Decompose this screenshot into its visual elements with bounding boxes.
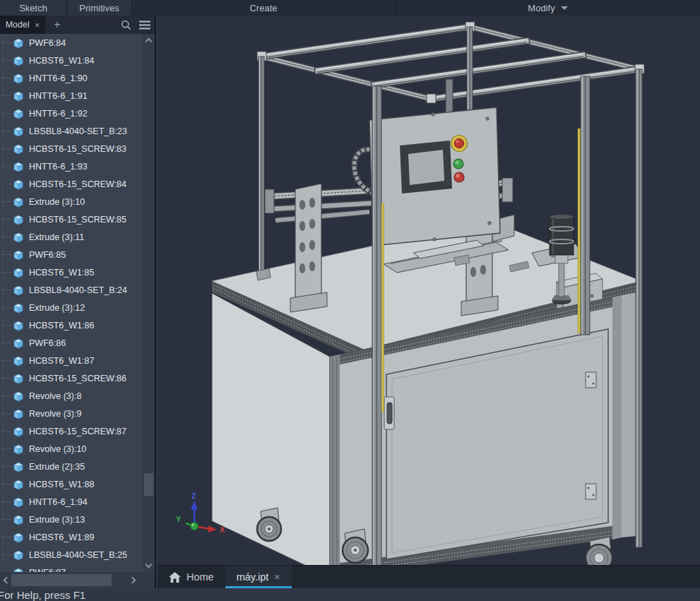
part-cube-icon xyxy=(13,37,24,49)
tab-home[interactable]: Home xyxy=(158,566,225,588)
tree-guide xyxy=(3,431,11,432)
tree-guide xyxy=(3,307,11,308)
tab-modify[interactable]: Modify xyxy=(396,0,700,16)
tree-item[interactable]: Extrude (3):11 xyxy=(0,228,143,246)
model-panel-tab[interactable]: Model × xyxy=(0,16,45,34)
part-cube-icon xyxy=(13,302,24,314)
tree-item[interactable]: PWF6:87 xyxy=(0,564,143,572)
close-icon[interactable]: × xyxy=(35,20,40,30)
part-cube-icon xyxy=(13,126,24,137)
part-cube-icon xyxy=(13,426,24,437)
tree-item[interactable]: HCBST6_W1:87 xyxy=(0,352,143,369)
browser-panel-header: Model × + xyxy=(0,16,155,34)
tree-guide xyxy=(3,484,11,484)
tree-item[interactable]: Revolve (3):9 xyxy=(0,405,143,422)
tree-item[interactable]: Revolve (3):8 xyxy=(0,387,143,405)
close-icon[interactable]: × xyxy=(274,571,280,583)
caster-wheel xyxy=(343,529,368,563)
tree-item[interactable]: HNTT6-6_1:92 xyxy=(0,105,143,122)
caster-wheel xyxy=(586,537,612,565)
part-cube-icon xyxy=(13,267,24,278)
tree-item[interactable]: HCBST6_W1:88 xyxy=(0,475,143,493)
tree-guide xyxy=(3,166,11,167)
tree-guide xyxy=(3,378,11,379)
tree-item[interactable]: Extrude (3):12 xyxy=(0,299,143,316)
tree-item[interactable]: HCBST6-15_SCREW:84 xyxy=(0,175,143,193)
tree-item-label: PWF6:86 xyxy=(29,338,66,348)
part-cube-icon xyxy=(13,549,24,561)
tree-item[interactable]: HCBST6-15_SCREW:86 xyxy=(0,369,143,387)
tree-item-label: HNTT6-6_1:93 xyxy=(29,162,88,172)
tree-item[interactable]: LBSBL8-4040-SET_B:23 xyxy=(0,122,143,140)
tree-guide xyxy=(3,201,11,202)
scroll-down-icon[interactable] xyxy=(146,561,153,569)
tree-item[interactable]: PWF6:85 xyxy=(0,246,143,263)
tab-document-label: máy.ipt xyxy=(237,571,269,583)
tree-guide xyxy=(3,42,11,43)
scroll-right-icon[interactable] xyxy=(129,577,136,584)
tree-item[interactable]: PWF6:84 xyxy=(0,34,143,52)
tree-item-label: HCBST6_W1:85 xyxy=(29,268,94,278)
viewport-3d[interactable]: Z X Y xyxy=(158,16,700,565)
part-cube-icon xyxy=(13,567,24,573)
tree-horizontal-scrollbar[interactable] xyxy=(0,572,155,588)
tree-item-label: HCBST6_W1:86 xyxy=(29,321,94,331)
tree-guide xyxy=(3,360,11,361)
tree-item-label: PWF6:84 xyxy=(29,38,66,48)
vertical-scroll-thumb[interactable] xyxy=(144,473,153,496)
part-cube-icon xyxy=(13,496,24,508)
tree-item-label: Revolve (3):8 xyxy=(29,391,81,401)
horizontal-scroll-thumb[interactable] xyxy=(11,574,112,586)
tree-item[interactable]: Revolve (3):10 xyxy=(0,440,143,458)
tree-item-label: HCBST6-15_SCREW:84 xyxy=(29,179,126,189)
tree-item[interactable]: HCBST6-15_SCREW:87 xyxy=(0,422,143,440)
tree-item-label: HCBST6-15_SCREW:86 xyxy=(29,374,126,383)
part-cube-icon xyxy=(13,514,24,525)
part-cube-icon xyxy=(13,532,24,543)
caster-wheel xyxy=(257,508,281,541)
part-cube-icon xyxy=(13,55,24,66)
door-hinge-bottom xyxy=(586,484,596,499)
tree-item-label: HNTT6-6_1:94 xyxy=(29,497,88,507)
tab-create[interactable]: Create xyxy=(132,0,396,16)
chevron-down-icon xyxy=(561,6,568,10)
tree-item[interactable]: HNTT6-6_1:90 xyxy=(0,69,143,87)
part-cube-icon xyxy=(13,461,24,472)
tree-item-label: HCBST6-15_SCREW:83 xyxy=(29,144,126,154)
tree-item[interactable]: HNTT6-6_1:93 xyxy=(0,157,143,175)
tree-item[interactable]: Extrude (2):35 xyxy=(0,458,143,475)
tree-guide xyxy=(3,219,11,220)
tree-item[interactable]: HCBST6_W1:85 xyxy=(0,263,143,281)
search-icon[interactable] xyxy=(121,20,131,30)
tree-item[interactable]: PWF6:86 xyxy=(0,334,143,352)
tree-item[interactable]: HNTT6-6_1:91 xyxy=(0,87,143,105)
tree-item-label: HCBST6_W1:88 xyxy=(29,480,94,489)
menu-icon[interactable] xyxy=(139,20,150,30)
tab-primitives[interactable]: Primitives xyxy=(67,0,132,16)
tree-vertical-scrollbar[interactable] xyxy=(143,34,155,572)
tree-item[interactable]: LBSBL8-4040-SET_B:24 xyxy=(0,281,143,299)
tree-item[interactable]: LBSBL8-4040-SET_B:25 xyxy=(0,546,143,564)
tree-guide xyxy=(3,148,11,149)
tree-item[interactable]: Extrude (3):10 xyxy=(0,193,143,210)
tree-item[interactable]: HCBST6_W1:84 xyxy=(0,52,143,69)
tree-guide xyxy=(3,537,11,537)
add-panel-button[interactable]: + xyxy=(54,20,61,30)
tab-sketch[interactable]: Sketch xyxy=(0,0,67,16)
part-cube-icon xyxy=(13,320,24,331)
tree-item[interactable]: HNTT6-6_1:94 xyxy=(0,493,143,511)
part-cube-icon xyxy=(13,391,24,402)
scroll-left-icon[interactable] xyxy=(4,577,11,584)
tree-item[interactable]: HCBST6-15_SCREW:83 xyxy=(0,140,143,157)
tree-item[interactable]: HCBST6_W1:89 xyxy=(0,528,143,546)
tab-document-may-ipt[interactable]: máy.ipt × xyxy=(225,566,292,588)
tab-primitives-label: Primitives xyxy=(79,3,119,13)
scroll-up-icon[interactable] xyxy=(146,38,153,45)
x-axis-arrow xyxy=(208,525,217,532)
tree-item[interactable]: Extrude (3):13 xyxy=(0,511,143,528)
model-tree: PWF6:84 HCBST6_W1:84 xyxy=(0,34,155,572)
tree-item[interactable]: HCBST6_W1:86 xyxy=(0,316,143,334)
tree-item-label: LBSBL8-4040-SET_B:24 xyxy=(29,285,127,295)
tree-item-label: HCBST6-15_SCREW:85 xyxy=(29,215,126,225)
tree-item[interactable]: HCBST6-15_SCREW:85 xyxy=(0,210,143,228)
